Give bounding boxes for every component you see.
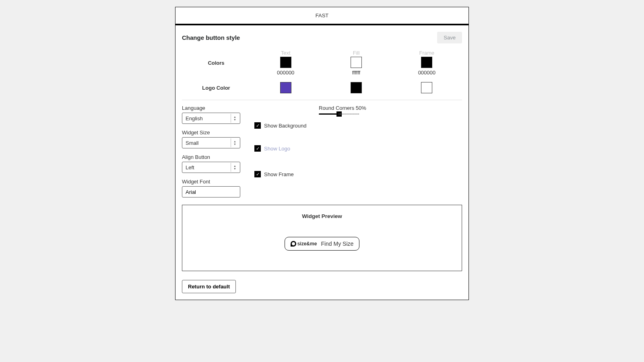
tab-fast[interactable]: FAST [316,12,329,19]
widget-size-select-value: Small [182,137,240,148]
divider [182,100,462,100]
tab-underline [175,24,469,25]
colors-section: Colors Text 000000 Fill ffffff Frame 000… [182,50,462,93]
align-select[interactable]: Left ▲▼ [182,162,240,173]
widget-preview-title: Widget Preview [182,213,462,219]
show-frame-label: Show Frame [264,171,294,177]
color-frame-swatch[interactable] [421,57,432,68]
controls-col-mid: ✓ Show Background ✓ Show Logo ✓ Show Fra… [254,105,311,197]
color-fill-heading: Fill [353,50,360,56]
show-background-row: ✓ Show Background [254,115,311,136]
language-select[interactable]: English ▲▼ [182,113,240,124]
round-corners-slider[interactable] [319,113,359,115]
logo-color-label: Logo Color [182,85,250,91]
align-field: Align Button Left ▲▼ [182,154,246,173]
logo-color-row: Logo Color [182,82,462,93]
widget-preview-box: Widget Preview size&me Find My Size [182,205,462,271]
color-frame-cell: Frame 000000 [392,50,462,76]
align-label: Align Button [182,154,246,160]
color-frame-value: 000000 [418,70,436,76]
widget-size-label: Widget Size [182,130,246,136]
color-fill-cell: Fill ffffff [321,50,391,76]
logo-color-b-swatch[interactable] [351,82,362,93]
show-logo-label: Show Logo [264,146,290,152]
logo-color-c-swatch[interactable] [421,82,432,93]
color-text-cell: Text 000000 [250,50,321,76]
colors-label: Colors [182,60,250,66]
language-label: Language [182,105,246,111]
show-background-checkbox[interactable]: ✓ [254,122,261,129]
font-input[interactable] [182,186,240,197]
page-title: Change button style [182,34,240,41]
return-default-button[interactable]: Return to default [182,280,236,293]
header-row: Change button style Save [182,32,462,43]
save-button[interactable]: Save [437,32,462,43]
brand-icon [291,241,296,247]
color-text-swatch[interactable] [280,57,291,68]
logo-color-b-cell [321,82,391,93]
color-text-value: 000000 [277,70,294,76]
widget-brand-text: size&me [297,241,317,247]
content: Change button style Save Colors Text 000… [175,25,469,300]
logo-color-a-cell [250,82,321,93]
color-frame-heading: Frame [419,50,435,56]
language-field: Language English ▲▼ [182,105,246,124]
widget-preview-button[interactable]: size&me Find My Size [285,237,360,251]
widget-logo: size&me [291,241,317,247]
language-select-value: English [182,113,240,124]
font-label: Widget Font [182,179,246,185]
controls-col-right: Round Corners 50% [319,105,462,197]
color-text-heading: Text [281,50,291,56]
controls-col-left: Language English ▲▼ Widget Size Small ▲▼… [182,105,246,197]
logo-color-c-cell [392,82,462,93]
show-frame-checkbox[interactable]: ✓ [254,171,261,177]
show-logo-checkbox[interactable]: ✓ [254,145,261,152]
controls-row: Language English ▲▼ Widget Size Small ▲▼… [182,105,462,197]
logo-color-a-swatch[interactable] [280,82,291,93]
tab-bar: FAST [175,7,469,24]
show-logo-row: ✓ Show Logo [254,136,311,161]
widget-size-field: Widget Size Small ▲▼ [182,130,246,148]
color-fill-swatch[interactable] [351,57,362,68]
show-background-label: Show Background [264,123,307,129]
colors-row: Colors Text 000000 Fill ffffff Frame 000… [182,50,462,76]
round-corners-label: Round Corners 50% [319,105,462,111]
color-fill-value: ffffff [352,70,361,76]
widget-size-select[interactable]: Small ▲▼ [182,137,240,148]
font-field: Widget Font [182,179,246,197]
settings-card: FAST Change button style Save Colors Tex… [175,7,469,300]
slider-thumb[interactable] [336,111,342,117]
align-select-value: Left [182,162,240,173]
widget-cta-text: Find My Size [321,241,353,247]
show-frame-row: ✓ Show Frame [254,161,311,187]
